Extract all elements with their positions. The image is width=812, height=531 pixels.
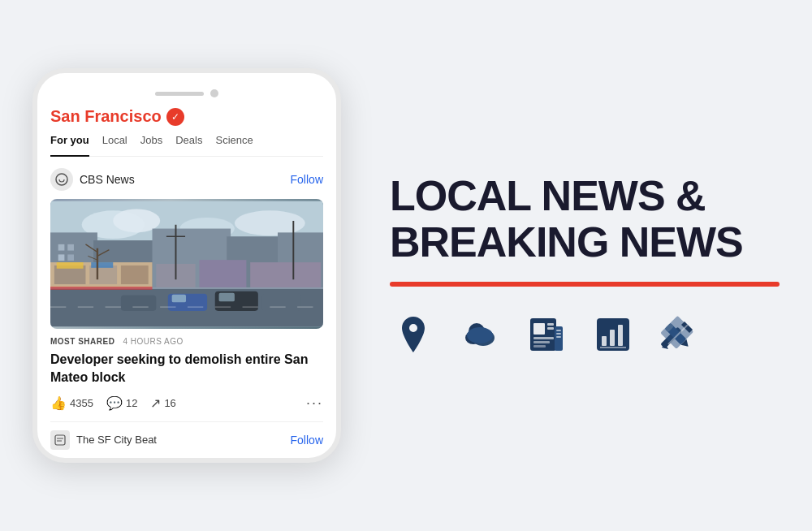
location-check-icon[interactable]: ✓ (166, 108, 184, 126)
actions-row: 👍 4355 💬 12 ↗ 16 ··· (50, 395, 323, 412)
meta-row: MOST SHARED 4 HOURS AGO (50, 337, 323, 346)
svg-rect-19 (89, 266, 117, 284)
svg-rect-49 (533, 323, 545, 335)
follow-button-top[interactable]: Follow (291, 173, 323, 186)
svg-rect-60 (602, 336, 607, 346)
svg-rect-28 (121, 296, 156, 311)
svg-rect-61 (610, 330, 615, 346)
headline: LOCAL NEWS & BREAKING NEWS (390, 173, 780, 266)
chart-feature-icon (590, 311, 637, 358)
bottom-source-row: The SF City Beat Follow (50, 421, 323, 458)
news-image (50, 199, 323, 329)
comment-icon: 💬 (106, 395, 123, 411)
svg-point-47 (467, 327, 493, 343)
article-title: Developer seeking to demolish entire San… (50, 351, 323, 386)
svg-point-5 (235, 211, 305, 236)
share-icon: ↗ (150, 395, 161, 411)
follow-button-bottom[interactable]: Follow (291, 434, 323, 447)
svg-rect-58 (556, 336, 561, 338)
page-wrapper: San Francisco ✓ For you Local Jobs Deals… (0, 0, 812, 531)
svg-point-0 (56, 174, 67, 185)
cbs-news-icon (50, 168, 73, 191)
news-feature-icon (523, 311, 570, 358)
svg-rect-24 (199, 261, 246, 288)
svg-rect-54 (533, 345, 546, 348)
svg-rect-52 (533, 337, 554, 339)
notch-dot (210, 89, 218, 97)
phone-mockup: San Francisco ✓ For you Local Jobs Deals… (32, 68, 341, 462)
source-name-cbs: CBS News (80, 173, 135, 186)
share-count: 16 (164, 397, 175, 409)
source-left: CBS News (50, 168, 135, 191)
svg-rect-31 (219, 293, 235, 302)
svg-rect-53 (533, 341, 550, 343)
svg-rect-30 (172, 295, 186, 303)
svg-rect-22 (91, 262, 113, 268)
bottom-source-left: The SF City Beat (50, 430, 157, 450)
sf-city-beat-icon (50, 430, 70, 450)
tab-for-you[interactable]: For you (50, 134, 89, 157)
svg-rect-25 (250, 262, 321, 287)
svg-rect-50 (547, 323, 554, 326)
like-count: 4355 (70, 397, 93, 409)
like-action[interactable]: 👍 4355 (50, 395, 93, 411)
svg-rect-15 (58, 255, 65, 261)
right-panel: LOCAL NEWS & BREAKING NEWS (390, 157, 780, 374)
like-icon: 👍 (50, 395, 67, 411)
svg-rect-29 (262, 294, 301, 311)
meta-time: 4 HOURS AGO (123, 337, 183, 346)
source-row-top: CBS News Follow (50, 168, 323, 191)
more-button[interactable]: ··· (306, 395, 323, 412)
svg-rect-14 (67, 244, 74, 251)
tabs-row: For you Local Jobs Deals Science (50, 134, 323, 157)
tab-science[interactable]: Science (215, 134, 253, 149)
headline-line2: BREAKING NEWS (390, 219, 780, 266)
svg-rect-57 (556, 333, 561, 335)
svg-rect-62 (618, 325, 623, 346)
svg-rect-51 (547, 327, 554, 330)
feature-icons-row (390, 311, 780, 358)
location-name[interactable]: San Francisco (50, 107, 162, 126)
phone-content: San Francisco ✓ For you Local Jobs Deals… (37, 107, 336, 457)
svg-rect-40 (50, 287, 153, 290)
svg-rect-13 (58, 244, 65, 251)
bottom-source-name: The SF City Beat (76, 434, 157, 446)
notch-bar (155, 92, 204, 96)
comment-count: 12 (126, 397, 137, 409)
svg-rect-56 (556, 330, 561, 331)
tab-jobs[interactable]: Jobs (140, 134, 162, 149)
svg-rect-41 (55, 435, 65, 445)
svg-rect-16 (67, 255, 74, 261)
location-row: San Francisco ✓ (50, 107, 323, 126)
svg-rect-20 (121, 266, 149, 284)
phone-notch (37, 89, 336, 107)
accent-line (390, 282, 780, 287)
tab-deals[interactable]: Deals (175, 134, 202, 149)
meta-tag: MOST SHARED (50, 337, 114, 346)
weather-feature-icon (456, 311, 503, 358)
tab-local[interactable]: Local (102, 134, 127, 149)
svg-rect-21 (57, 262, 84, 269)
edit-feature-icon (656, 311, 703, 358)
share-action[interactable]: ↗ 16 (150, 395, 175, 411)
comment-action[interactable]: 💬 12 (106, 395, 137, 411)
location-feature-icon (390, 311, 437, 358)
headline-line1: LOCAL NEWS & (390, 173, 780, 219)
